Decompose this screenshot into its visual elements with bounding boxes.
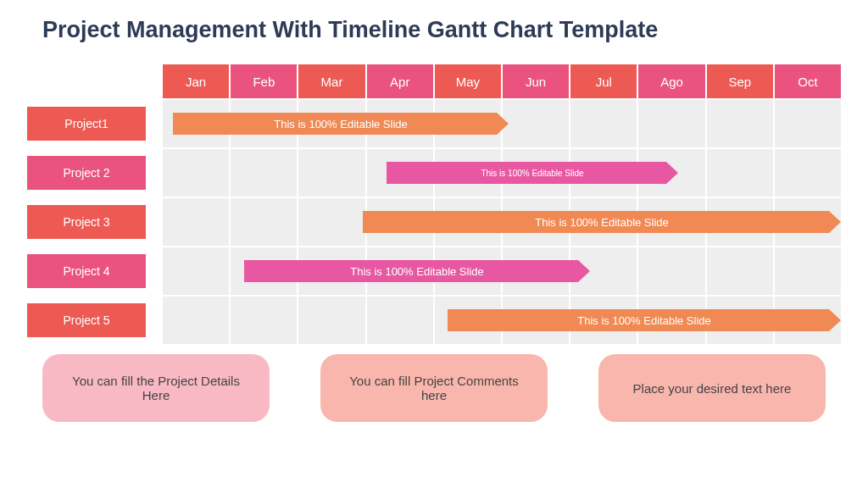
grid-cell (638, 198, 704, 246)
grid-cell (435, 297, 501, 344)
grid-cell (367, 247, 433, 295)
grid-cell (298, 297, 364, 344)
grid-cell (775, 100, 841, 147)
grid-cell (775, 198, 841, 246)
month-header-cell: Apr (367, 64, 433, 98)
gantt-body: Project1Project 2Project 3Project 4Proje… (27, 100, 841, 344)
gantt-row: Project 2 (27, 149, 841, 197)
grid-cell (570, 100, 637, 147)
month-header-row: JanFebMarAprMayJunJulAgoSepOct (163, 64, 841, 98)
grid-cell (570, 297, 637, 344)
grid-cell (503, 247, 569, 295)
grid-cell (298, 247, 364, 295)
grid-cells (163, 100, 841, 147)
grid-cell (503, 100, 569, 147)
grid-cell (231, 100, 297, 147)
grid-cell (638, 297, 704, 344)
grid-cell (570, 247, 637, 295)
grid-cell (638, 100, 704, 147)
grid-cell (707, 247, 773, 295)
grid-cell (163, 100, 229, 147)
project-label: Project1 (27, 107, 146, 141)
footer-box: You can fill the Project Details Here (42, 354, 270, 422)
month-header-cell: Feb (231, 64, 297, 98)
grid-cells (163, 149, 841, 197)
grid-cells (163, 297, 841, 344)
grid-cell (707, 100, 773, 147)
grid-cells (163, 247, 841, 295)
month-header-cell: Ago (638, 64, 704, 98)
grid-cell (231, 198, 297, 246)
month-header-cell: Oct (775, 64, 841, 98)
grid-cell (775, 297, 841, 344)
grid-cell (231, 247, 297, 295)
grid-cell (163, 247, 229, 295)
month-header-cell: Sep (707, 64, 773, 98)
grid-cell (638, 247, 704, 295)
page-title: Project Management With Timeline Gantt C… (42, 17, 843, 43)
grid-cell (638, 149, 704, 197)
gantt-chart: JanFebMarAprMayJunJulAgoSepOct Project1P… (27, 64, 841, 344)
grid-cell (367, 100, 433, 147)
grid-cell (503, 198, 569, 246)
grid-cell (298, 149, 364, 197)
footer-box: Place your desired text here (598, 354, 826, 422)
gantt-row: Project1 (27, 100, 841, 147)
gantt-row: Project 3 (27, 198, 841, 246)
gantt-row: Project 4 (27, 247, 841, 295)
grid-cell (707, 149, 773, 197)
grid-cell (435, 198, 501, 246)
footer-box: You can fill Project Comments here (320, 354, 548, 422)
month-header-cell: Jul (570, 64, 637, 98)
grid-cell (163, 149, 229, 197)
gantt-row: Project 5 (27, 297, 841, 344)
grid-cell (775, 149, 841, 197)
grid-cell (435, 100, 501, 147)
month-header-cell: Jun (503, 64, 569, 98)
grid-cell (367, 297, 433, 344)
project-label: Project 5 (27, 303, 146, 337)
grid-cell (503, 149, 569, 197)
grid-cell (570, 149, 637, 197)
project-label: Project 4 (27, 254, 146, 288)
project-label: Project 2 (27, 156, 146, 190)
grid-cell (707, 297, 773, 344)
grid-cell (435, 247, 501, 295)
grid-cell (367, 198, 433, 246)
month-header-cell: Jan (163, 64, 229, 98)
footer-boxes: You can fill the Project Details HereYou… (25, 354, 843, 422)
grid-cell (503, 297, 569, 344)
project-label: Project 3 (27, 205, 146, 239)
grid-cell (163, 198, 229, 246)
grid-cell (231, 149, 297, 197)
grid-cell (435, 149, 501, 197)
grid-cell (298, 100, 364, 147)
month-header-cell: Mar (298, 64, 364, 98)
grid-cell (298, 198, 364, 246)
grid-cell (775, 247, 841, 295)
grid-cell (231, 297, 297, 344)
grid-cell (163, 297, 229, 344)
grid-cell (707, 198, 773, 246)
month-header-cell: May (435, 64, 501, 98)
grid-cell (570, 198, 637, 246)
grid-cells (163, 198, 841, 246)
grid-cell (367, 149, 433, 197)
